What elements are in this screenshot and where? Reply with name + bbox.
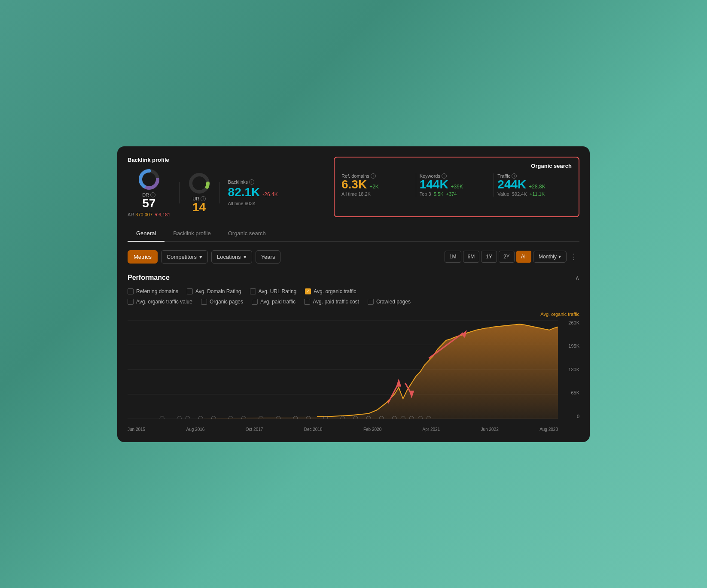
checkbox-row-2: Avg. organic traffic value Organic pages…: [128, 299, 579, 305]
time-1m-button[interactable]: 1M: [445, 251, 461, 263]
divider-1: [179, 182, 180, 203]
y-label-195k: 195K: [568, 343, 579, 349]
toolbar-left: Metrics Competitors ▾ Locations ▾ Years: [128, 250, 441, 264]
checkbox-avg-organic-traffic-box[interactable]: [305, 288, 311, 294]
svg-point-13: [198, 416, 203, 418]
svg-point-10: [160, 416, 164, 418]
toolbar: Metrics Competitors ▾ Locations ▾ Years …: [128, 250, 579, 264]
backlinks-stat: Backlinks i 82.1K -26.4K All time 903K: [228, 179, 278, 206]
checkbox-avg-paid-traffic[interactable]: Avg. paid traffic: [252, 299, 296, 305]
x-label-apr2021: Apr 2021: [423, 427, 440, 432]
chart-series-label: Avg. organic traffic: [540, 312, 579, 317]
competitors-chevron-icon: ▾: [199, 254, 202, 260]
ref-domains-info-icon[interactable]: i: [371, 173, 376, 179]
monthly-chevron-icon: ▾: [558, 254, 561, 260]
tab-general[interactable]: General: [128, 226, 165, 242]
svg-point-3: [191, 175, 208, 192]
checkbox-avg-organic-traffic[interactable]: Avg. organic traffic: [305, 288, 356, 294]
time-1y-button[interactable]: 1Y: [481, 251, 497, 263]
organic-stats-row: Ref. domains i 6.3K +2K All time 18.2K K…: [341, 173, 572, 197]
x-label-dec2018: Dec 2018: [304, 427, 323, 432]
checkbox-avg-paid-traffic-cost-box[interactable]: [304, 299, 310, 305]
backlink-stats-row: DR i 57 AR 370,007 ▼6,181: [128, 168, 334, 217]
more-options-button[interactable]: ⋮: [568, 250, 579, 263]
performance-section: Performance ∧ Referring domains Avg. Dom…: [128, 274, 579, 432]
checkbox-referring-domains[interactable]: Referring domains: [128, 288, 178, 294]
traffic-value: 244K: [497, 179, 526, 191]
backlinks-value: 82.1K: [228, 186, 260, 198]
ur-donut-chart: [188, 172, 210, 194]
locations-button[interactable]: Locations ▾: [211, 250, 252, 264]
backlink-profile-title: Backlink profile: [128, 157, 334, 163]
x-label-oct2017: Oct 2017: [246, 427, 263, 432]
ref-domains-alltime: All time 18.2K: [341, 191, 412, 197]
dr-value: 57: [142, 197, 155, 209]
traffic-value-row: Value $92.4K +11.1K: [497, 191, 568, 197]
traffic-delta: +28.8K: [529, 184, 545, 190]
checkbox-row-1: Referring domains Avg. Domain Rating Avg…: [128, 288, 579, 294]
tab-organic-search[interactable]: Organic search: [219, 226, 274, 242]
monthly-button[interactable]: Monthly ▾: [533, 251, 567, 263]
checkbox-avg-domain-rating[interactable]: Avg. Domain Rating: [187, 288, 241, 294]
backlinks-value-row: 82.1K -26.4K: [228, 186, 278, 198]
organic-search-section: Organic search Ref. domains i 6.3K +2K A…: [334, 157, 579, 217]
keywords-stat: Keywords i 144K +39K Top 3 5.5K +374: [416, 173, 494, 197]
checkbox-avg-organic-traffic-value-box[interactable]: [128, 299, 134, 305]
checkbox-avg-paid-traffic-cost[interactable]: Avg. paid traffic cost: [304, 299, 359, 305]
performance-chart: Avg. organic traffic 260K 195K 130K 65K …: [128, 312, 579, 432]
checkbox-organic-pages[interactable]: Organic pages: [201, 299, 243, 305]
x-label-jun2015: Jun 2015: [128, 427, 145, 432]
svg-point-12: [186, 416, 190, 418]
divider-2: [219, 182, 219, 203]
ur-stat: UR i 14: [188, 172, 210, 213]
x-label-jun2022: Jun 2022: [481, 427, 499, 432]
performance-header: Performance ∧: [128, 274, 579, 282]
metrics-button[interactable]: Metrics: [128, 250, 158, 264]
checkbox-avg-url-rating[interactable]: Avg. URL Rating: [250, 288, 297, 294]
dr-stat: DR i 57 AR 370,007 ▼6,181: [128, 168, 171, 217]
checkbox-organic-pages-box[interactable]: [201, 299, 207, 305]
locations-chevron-icon: ▾: [244, 254, 247, 260]
y-label-65k: 65K: [571, 390, 579, 395]
chart-area-fill: [128, 324, 558, 419]
checkbox-crawled-pages[interactable]: Crawled pages: [368, 299, 411, 305]
ur-value: 14: [192, 201, 206, 213]
ref-domains-value: 6.3K: [341, 179, 367, 191]
chart-svg-container: [128, 320, 558, 419]
checkbox-avg-organic-traffic-value[interactable]: Avg. organic traffic value: [128, 299, 192, 305]
y-label-130k: 130K: [568, 367, 579, 372]
backlinks-delta: -26.4K: [262, 191, 277, 197]
svg-point-11: [177, 416, 181, 418]
keywords-value: 144K: [420, 179, 448, 191]
checkbox-avg-url-rating-box[interactable]: [250, 288, 256, 294]
dr-ar: AR 370,007 ▼6,181: [128, 212, 171, 217]
tab-backlink-profile[interactable]: Backlink profile: [165, 226, 219, 242]
backlinks-alltime: All time 903K: [228, 201, 278, 206]
traffic-stat: Traffic i 244K +28.8K Value $92.4K +11.1…: [494, 173, 572, 197]
competitors-button[interactable]: Competitors ▾: [161, 250, 208, 264]
checkbox-avg-domain-rating-box[interactable]: [187, 288, 193, 294]
backlink-profile-section: Backlink profile DR i 57: [128, 157, 334, 217]
y-label-260k: 260K: [568, 320, 579, 325]
keywords-top3: Top 3 5.5K +374: [420, 191, 491, 197]
chart-y-labels: 260K 195K 130K 65K 0: [560, 320, 579, 419]
time-2y-button[interactable]: 2Y: [499, 251, 515, 263]
main-card: Backlink profile DR i 57: [117, 146, 590, 442]
top-stats: Backlink profile DR i 57: [128, 157, 579, 217]
ref-domains-stat: Ref. domains i 6.3K +2K All time 18.2K: [341, 173, 416, 197]
time-all-button[interactable]: All: [516, 251, 531, 263]
checkbox-referring-domains-box[interactable]: [128, 288, 134, 294]
backlinks-info-icon[interactable]: i: [249, 179, 254, 185]
checkbox-crawled-pages-box[interactable]: [368, 299, 374, 305]
svg-marker-32: [396, 378, 401, 386]
chart-svg: [128, 320, 558, 419]
tabs-row: General Backlink profile Organic search: [128, 226, 579, 242]
checkbox-avg-paid-traffic-box[interactable]: [252, 299, 258, 305]
collapse-icon[interactable]: ∧: [575, 274, 579, 281]
chart-x-labels: Jun 2015 Aug 2016 Oct 2017 Dec 2018 Feb …: [128, 427, 558, 432]
keywords-delta: +39K: [451, 184, 463, 190]
y-label-0: 0: [577, 414, 579, 419]
time-6m-button[interactable]: 6M: [463, 251, 480, 263]
backlinks-label: Backlinks i: [228, 179, 278, 185]
years-button[interactable]: Years: [256, 250, 281, 264]
